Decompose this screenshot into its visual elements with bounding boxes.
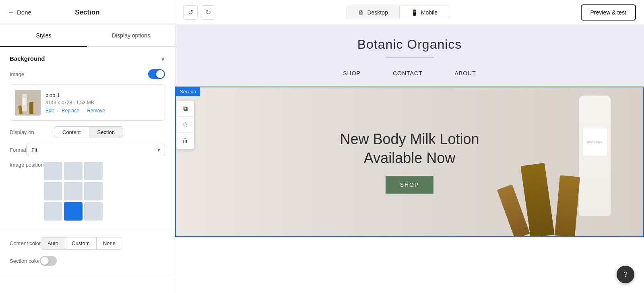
collapse-chevron-icon[interactable]: ∧ <box>161 56 165 62</box>
right-panel: ↺ ↻ 🖥 Desktop 📱 Mobile Preview & test Bo… <box>175 0 644 293</box>
panel-tabs: Styles Display options <box>0 25 175 47</box>
hero-title-line2: Available Now <box>340 149 479 168</box>
content-color-buttons: Auto Custom None <box>41 237 122 250</box>
desktop-tab[interactable]: 🖥 Desktop <box>347 6 399 19</box>
display-on-section[interactable]: Section <box>89 127 123 138</box>
background-section: Background ∧ Image blo <box>0 47 175 229</box>
section-label[interactable]: Section <box>176 87 200 96</box>
display-on-label: Display on <box>10 129 54 135</box>
preview-test-button[interactable]: Preview & test <box>581 4 636 21</box>
device-tabs: 🖥 Desktop 📱 Mobile <box>347 6 449 19</box>
desktop-label: Desktop <box>367 9 388 16</box>
position-grid <box>44 162 103 221</box>
undo-button[interactable]: ↺ <box>183 5 198 20</box>
back-arrow-icon: ← <box>8 9 14 16</box>
hero-cta[interactable]: SHOP <box>386 176 434 194</box>
tab-display-options[interactable]: Display options <box>87 25 175 47</box>
content-color-row: Content color Auto Custom None <box>10 237 165 250</box>
hero-title: New Body Milk Lotion Available Now <box>340 130 479 168</box>
hero-title-line1: New Body Milk Lotion <box>340 130 479 149</box>
pos-cell-2[interactable] <box>84 162 103 180</box>
display-on-content[interactable]: Content <box>54 127 89 138</box>
content-color-section: Content color Auto Custom None Section c… <box>0 229 175 274</box>
tab-styles[interactable]: Styles <box>0 25 87 47</box>
view-controls: ↺ ↻ <box>183 5 215 20</box>
redo-button[interactable]: ↻ <box>201 5 215 20</box>
done-button[interactable]: ← Done <box>8 9 31 16</box>
top-bar: ← Done Section <box>0 0 175 25</box>
image-info: blob.1 3149 x 4723 · 1.53 MB Edit · Repl… <box>45 92 160 113</box>
format-label: Format <box>10 147 26 153</box>
section-color-label: Section color <box>10 258 40 264</box>
format-row: Format Fit Fill Tile Repeat ▼ <box>10 144 165 156</box>
display-on-row: Display on Content Section <box>10 126 165 138</box>
pos-cell-0[interactable] <box>44 162 62 180</box>
floating-toolbar: ⧉ ☆ 🗑 <box>176 100 194 149</box>
mobile-label: Mobile <box>421 9 438 16</box>
pos-cell-7[interactable] <box>64 202 83 221</box>
website-preview: Botanic Organics SHOP CONTACT ABOUT Sect… <box>175 25 644 293</box>
mobile-icon: 📱 <box>411 9 418 16</box>
image-meta: 3149 x 4723 · 1.53 MB <box>45 100 160 105</box>
image-card: blob.1 3149 x 4723 · 1.53 MB Edit · Repl… <box>10 85 165 121</box>
nav-contact[interactable]: CONTACT <box>393 70 423 76</box>
color-none-btn[interactable]: None <box>97 237 122 249</box>
copy-button[interactable]: ⧉ <box>176 101 194 117</box>
image-thumbnail <box>15 90 41 116</box>
pos-cell-4[interactable] <box>64 182 83 200</box>
hero-section: BODY MILK New Body Milk Lotion Available… <box>176 87 643 236</box>
help-icon: ? <box>623 270 627 279</box>
pos-cell-3[interactable] <box>44 182 62 200</box>
background-title: Background <box>10 55 45 62</box>
color-custom-btn[interactable]: Custom <box>65 237 97 249</box>
background-header: Background ∧ <box>10 55 165 62</box>
svg-rect-0 <box>15 90 41 116</box>
image-actions: Edit · Replace · Remove <box>45 108 160 113</box>
replace-image-button[interactable]: Replace <box>62 108 79 113</box>
image-toggle[interactable] <box>148 69 165 79</box>
section-color-row: Section color <box>10 256 165 266</box>
bottle-label: BODY MILK <box>582 128 607 156</box>
content-color-label: Content color <box>10 240 41 246</box>
nav-shop[interactable]: SHOP <box>343 70 361 76</box>
preview-area[interactable]: Botanic Organics SHOP CONTACT ABOUT Sect… <box>175 25 644 293</box>
image-size: 1.53 MB <box>76 100 94 105</box>
svg-rect-2 <box>23 98 26 105</box>
section-color-toggle[interactable] <box>40 256 57 266</box>
done-label: Done <box>17 9 31 16</box>
left-panel: ← Done Section Styles Display options Ba… <box>0 0 175 293</box>
site-nav: SHOP CONTACT ABOUT <box>183 66 636 78</box>
toggle-off-thumb <box>41 257 49 265</box>
pos-cell-1[interactable] <box>64 162 83 180</box>
bottle-tall: BODY MILK <box>579 95 611 216</box>
display-on-group: Content Section <box>54 126 123 138</box>
image-label: Image <box>10 71 24 77</box>
edit-image-button[interactable]: Edit <box>45 108 54 113</box>
site-header: Botanic Organics SHOP CONTACT ABOUT <box>175 25 644 87</box>
image-dimensions: 3149 x 4723 <box>45 100 72 105</box>
toggle-thumb <box>156 70 164 78</box>
hero-text: New Body Milk Lotion Available Now SHOP <box>340 130 479 194</box>
site-logo-divider <box>386 58 434 58</box>
position-label: Image position <box>10 162 44 168</box>
image-position-row: Image position <box>10 162 165 221</box>
format-select[interactable]: Fit Fill Tile Repeat <box>26 144 165 156</box>
svg-rect-3 <box>29 102 33 114</box>
image-toggle-row: Image <box>10 69 165 79</box>
section-highlighted: Section ⧉ ☆ 🗑 BODY MILK <box>175 87 644 237</box>
right-topbar: ↺ ↻ 🖥 Desktop 📱 Mobile Preview & test <box>175 0 644 25</box>
nav-about[interactable]: ABOUT <box>455 70 476 76</box>
pos-cell-8[interactable] <box>84 202 103 221</box>
favorite-button[interactable]: ☆ <box>176 117 194 133</box>
site-logo: Botanic Organics <box>183 37 636 52</box>
desktop-icon: 🖥 <box>358 9 364 16</box>
pos-cell-6[interactable] <box>44 202 62 221</box>
color-auto-btn[interactable]: Auto <box>41 237 65 249</box>
panel-title: Section <box>75 8 99 17</box>
mobile-tab[interactable]: 📱 Mobile <box>400 6 449 19</box>
format-select-wrap: Fit Fill Tile Repeat ▼ <box>26 144 165 156</box>
remove-image-button[interactable]: Remove <box>87 108 105 113</box>
pos-cell-5[interactable] <box>84 182 103 200</box>
help-button[interactable]: ? <box>617 266 634 283</box>
delete-button[interactable]: 🗑 <box>176 133 194 149</box>
